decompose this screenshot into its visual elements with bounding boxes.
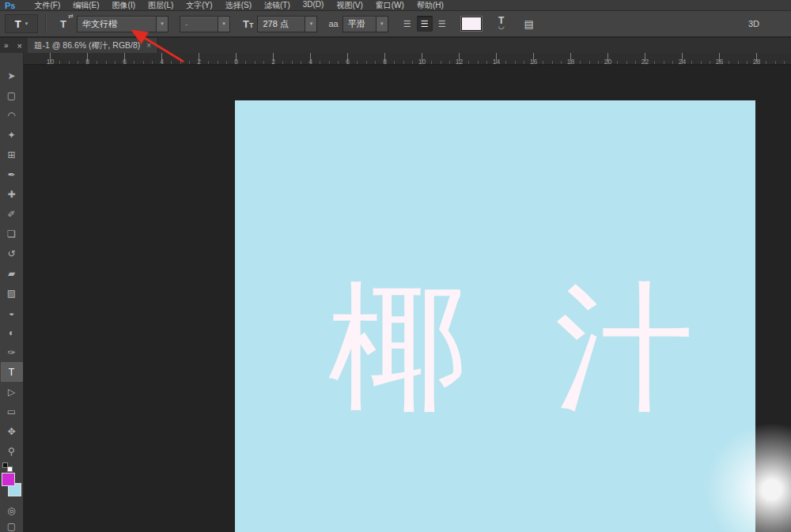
ruler-number: 24 xyxy=(664,57,701,67)
text-color-swatch[interactable] xyxy=(461,17,482,31)
font-style-value[interactable]: - xyxy=(180,17,218,32)
ruler-number: 6 xyxy=(329,57,366,67)
align-lines-icon: ☰ xyxy=(438,19,446,29)
healing-brush-tool[interactable]: ✚ xyxy=(1,184,23,204)
anti-alias-select[interactable]: 平滑 ▾ xyxy=(343,16,388,32)
chevron-down-icon: ▾ xyxy=(310,21,313,27)
marquee-tool[interactable]: ▢ xyxy=(1,85,23,105)
menu-item[interactable]: 文字(Y) xyxy=(180,0,218,11)
align-lines-icon: ☰ xyxy=(421,19,429,29)
type-tool-icon: T xyxy=(15,18,21,30)
align-left-button[interactable]: ☰ xyxy=(399,16,415,32)
ruler-number: 4 xyxy=(292,57,329,67)
tools-panel: ➤▢◠✦⊞✒✚✐❏↺▰▨◒◐✑T▷▭✥⚲ ◎ ▢ xyxy=(0,53,24,532)
menu-bar: Ps 文件(F)编辑(E)图像(I)图层(L)文字(Y)选择(S)滤镜(T)3D… xyxy=(0,0,791,11)
ruler-number: 20 xyxy=(589,57,626,67)
chevron-down-icon: ▾ xyxy=(161,21,164,27)
menu-item[interactable]: 选择(S) xyxy=(219,0,258,11)
divider xyxy=(45,14,46,33)
eyedropper-tool[interactable]: ✒ xyxy=(1,164,23,184)
shape-tool[interactable]: ▭ xyxy=(1,402,23,421)
type-tool[interactable]: T xyxy=(1,362,23,382)
ruler-number: 22 xyxy=(626,57,664,67)
gradient-tool[interactable]: ▨ xyxy=(1,283,23,303)
anti-alias-value[interactable]: 平滑 xyxy=(343,17,376,32)
menu-item[interactable]: 窗口(W) xyxy=(369,0,411,11)
threed-label: 3D xyxy=(748,19,759,28)
font-size-select[interactable]: 278 点 ▾ xyxy=(257,16,317,32)
toggle-panels-button[interactable]: ▤ xyxy=(520,16,539,32)
text-align-buttons: ☰☰☰ xyxy=(399,16,450,32)
font-style-dropdown-button[interactable]: ▾ xyxy=(218,17,229,32)
font-style-select[interactable]: - ▾ xyxy=(180,16,230,32)
font-family-dropdown-button[interactable]: ▾ xyxy=(156,17,168,32)
tab-bar: » × 题-1 @ 86.6% (椰汁, RGB/8) × xyxy=(0,38,791,53)
chevron-down-icon: ▾ xyxy=(222,21,225,27)
panels-icon: ▤ xyxy=(524,18,534,30)
ruler-number: 0 xyxy=(218,57,255,67)
align-center-button[interactable]: ☰ xyxy=(417,16,433,32)
quick-mask-button[interactable]: ◎ xyxy=(7,505,15,516)
quick-selection-tool[interactable]: ✦ xyxy=(1,125,23,145)
clone-stamp-tool[interactable]: ❏ xyxy=(1,224,23,243)
font-family-value[interactable]: 华文行楷 xyxy=(78,17,156,32)
move-tool[interactable]: ➤ xyxy=(1,66,23,85)
history-brush-tool[interactable]: ↺ xyxy=(1,243,23,263)
menu-item[interactable]: 帮助(H) xyxy=(411,0,450,11)
font-size-icon: TT xyxy=(243,19,253,29)
ruler-number: 10 xyxy=(403,57,441,67)
close-icon[interactable]: × xyxy=(17,41,22,51)
font-family-select[interactable]: 华文行楷 ▾ xyxy=(77,16,168,32)
crop-tool[interactable]: ⊞ xyxy=(1,145,23,164)
horizontal-ruler: 1086420246810121416182022242628 xyxy=(24,53,791,65)
font-size-value[interactable]: 278 点 xyxy=(258,17,305,32)
tab-close-icon[interactable]: × xyxy=(146,41,151,50)
text-orientation-button[interactable]: T ⇄ xyxy=(53,15,74,32)
options-bar: T ▾ T ⇄ 华文行楷 ▾ - ▾ TT 278 点 ▾ aa 平滑 ▾ ☰☰… xyxy=(0,11,791,37)
align-lines-icon: ☰ xyxy=(403,19,411,29)
lasso-tool[interactable]: ◠ xyxy=(1,105,23,125)
zoom-tool[interactable]: ⚲ xyxy=(1,441,23,461)
menu-item[interactable]: 3D(D) xyxy=(297,0,331,11)
ruler-number: 4 xyxy=(143,57,180,67)
menu-item[interactable]: 文件(F) xyxy=(28,0,66,11)
dodge-tool[interactable]: ◐ xyxy=(1,323,23,342)
align-right-button[interactable]: ☰ xyxy=(434,16,450,32)
chevron-down-icon: ▾ xyxy=(25,21,28,27)
menu-item[interactable]: 图层(L) xyxy=(142,0,180,11)
panel-collapse-icon[interactable]: » xyxy=(4,41,9,50)
menu-item[interactable]: 图像(I) xyxy=(106,0,142,11)
ruler-number: 28 xyxy=(738,57,775,67)
path-selection-tool[interactable]: ▷ xyxy=(1,382,23,402)
brush-tool[interactable]: ✐ xyxy=(1,204,23,224)
ruler-number: 2 xyxy=(180,57,218,67)
pen-tool[interactable]: ✑ xyxy=(1,342,23,362)
app-logo: Ps xyxy=(5,1,15,10)
warp-text-button[interactable]: T ◡ xyxy=(493,15,510,32)
anti-alias-icon: aa xyxy=(328,19,338,28)
screen-mode-button[interactable]: ▢ xyxy=(7,521,16,532)
ruler-number: 26 xyxy=(701,57,738,67)
default-colors-icon[interactable] xyxy=(2,462,13,472)
anti-alias-dropdown-button[interactable]: ▾ xyxy=(376,17,388,32)
tool-list: ➤▢◠✦⊞✒✚✐❏↺▰▨◒◐✑T▷▭✥⚲ xyxy=(1,66,23,461)
ruler-number: 10 xyxy=(32,57,69,67)
menu-item[interactable]: 视图(V) xyxy=(330,0,369,11)
eraser-tool[interactable]: ▰ xyxy=(1,263,23,283)
canvas-area: 椰汁 xyxy=(24,65,791,532)
ruler-number: 6 xyxy=(106,57,143,67)
canvas-document[interactable]: 椰汁 xyxy=(235,100,755,532)
warp-curve-icon: ◡ xyxy=(498,23,505,30)
font-size-dropdown-button[interactable]: ▾ xyxy=(305,17,316,32)
tool-preset-picker[interactable]: T ▾ xyxy=(5,14,38,33)
ruler-number: 12 xyxy=(441,57,478,67)
ruler-number: 2 xyxy=(255,57,292,67)
blur-tool[interactable]: ◒ xyxy=(1,303,23,323)
ruler-number: 16 xyxy=(515,57,552,67)
menu-item[interactable]: 滤镜(T) xyxy=(258,0,297,11)
document-tab[interactable]: 题-1 @ 86.6% (椰汁, RGB/8) × xyxy=(28,38,158,53)
foreground-color-swatch[interactable] xyxy=(2,473,15,486)
orientation-arrows-icon: ⇄ xyxy=(68,13,74,20)
menu-item[interactable]: 编辑(E) xyxy=(66,0,105,11)
hand-tool[interactable]: ✥ xyxy=(1,421,23,441)
